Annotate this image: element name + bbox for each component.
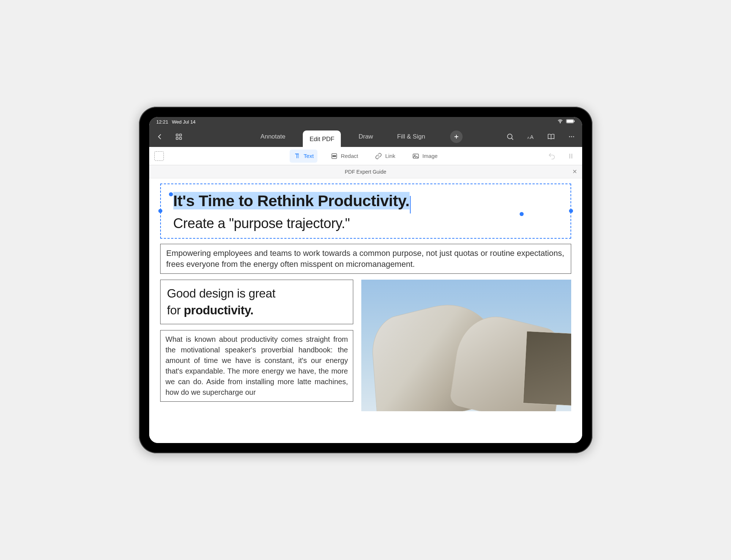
tab-fill-sign[interactable]: Fill & Sign (391, 129, 432, 144)
document-subhead[interactable]: Create a "purpose trajectory." (173, 216, 558, 231)
intro-paragraph[interactable]: Empowering employees and teams to work t… (160, 244, 571, 274)
document-title-bar: PDF Expert Guide ✕ (149, 165, 582, 178)
document-area[interactable]: It's Time to Rethink Productivity. Creat… (149, 178, 582, 443)
text-size-icon[interactable]: AA (524, 130, 537, 143)
close-icon[interactable]: ✕ (572, 168, 577, 175)
document-headline[interactable]: It's Time to Rethink Productivity. (173, 192, 410, 209)
text-selection-box[interactable]: It's Time to Rethink Productivity. Creat… (160, 183, 571, 239)
tool-redact[interactable]: Redact (327, 150, 362, 163)
svg-rect-4 (176, 134, 178, 136)
tool-link[interactable]: Link (371, 150, 399, 163)
grid-icon[interactable] (173, 130, 185, 143)
selection-handle-right[interactable] (569, 209, 573, 213)
tab-annotate[interactable]: Annotate (254, 129, 292, 144)
svg-point-17 (573, 136, 574, 137)
text-caret (410, 196, 411, 213)
status-bar: 12:21 Wed Jul 14 (149, 117, 582, 126)
document-image[interactable] (361, 280, 571, 411)
book-icon[interactable] (545, 130, 557, 143)
drag-handle-icon[interactable] (565, 150, 577, 162)
status-time: 12:21 (157, 119, 169, 125)
tool-text-label: Text (304, 153, 314, 159)
svg-text:A: A (530, 134, 534, 140)
svg-rect-7 (179, 137, 181, 140)
svg-text:A: A (527, 136, 530, 140)
wifi-icon (557, 118, 563, 125)
edit-toolbar: Text Redact Link Image (149, 147, 582, 165)
svg-point-10 (507, 134, 512, 139)
svg-rect-3 (574, 120, 574, 122)
design-line1: Good design is great (167, 287, 276, 300)
battery-icon (566, 119, 575, 125)
svg-rect-2 (566, 120, 573, 122)
tab-edit-pdf[interactable]: Edit PDF (303, 130, 341, 149)
svg-point-16 (571, 136, 572, 137)
svg-point-0 (560, 122, 560, 123)
undo-icon[interactable] (546, 150, 558, 162)
status-date: Wed Jul 14 (172, 119, 196, 125)
svg-rect-6 (176, 137, 178, 140)
tab-draw[interactable]: Draw (352, 129, 380, 144)
tool-image-label: Image (422, 153, 438, 159)
add-button[interactable] (450, 130, 463, 143)
design-line2-pre: for (167, 303, 184, 317)
tool-redact-label: Redact (341, 153, 358, 159)
design-line2-bold: productivity. (184, 303, 253, 317)
selection-handle-left[interactable] (158, 209, 162, 213)
tool-image[interactable]: Image (408, 150, 441, 163)
selection-handle-top-left[interactable] (169, 192, 173, 196)
tool-link-label: Link (385, 153, 395, 159)
body-paragraph[interactable]: What is known about productivity comes s… (160, 330, 354, 402)
tool-text[interactable]: Text (290, 150, 317, 163)
back-button[interactable] (154, 130, 166, 143)
design-heading-box[interactable]: Good design is great for productivity. (160, 280, 354, 324)
svg-rect-20 (333, 155, 336, 156)
svg-rect-5 (179, 134, 181, 136)
top-toolbar: Annotate Edit PDF Draw Fill & Sign AA (149, 126, 582, 147)
selection-tool-icon[interactable] (154, 151, 164, 161)
document-title: PDF Expert Guide (345, 169, 387, 175)
svg-point-15 (569, 136, 570, 137)
svg-line-11 (511, 138, 513, 140)
more-icon[interactable] (565, 130, 578, 143)
search-icon[interactable] (504, 130, 516, 143)
